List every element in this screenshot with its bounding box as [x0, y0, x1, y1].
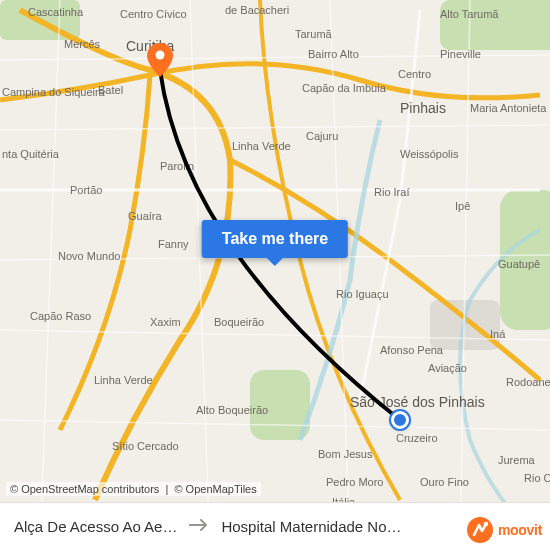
origin-dot-icon	[391, 411, 409, 429]
map-container[interactable]: CascatinhaCentro Cívicode BacacheriTarum…	[0, 0, 550, 550]
route-arrow-icon	[189, 518, 209, 536]
map-attribution: © OpenStreetMap contributors | © OpenMap…	[6, 482, 261, 496]
take-me-there-button[interactable]: Take me there	[202, 220, 348, 258]
svg-point-1	[467, 517, 493, 543]
moovit-logo[interactable]: moovit	[466, 516, 542, 544]
attrib-osm: © OpenStreetMap contributors	[10, 483, 159, 495]
origin-marker[interactable]	[391, 411, 409, 429]
moovit-logo-icon	[466, 516, 494, 544]
route-from-label: Alça De Acesso Ao Ae…	[14, 518, 177, 535]
route-to-label: Hospital Maternidade No…	[221, 518, 401, 535]
attrib-omt: © OpenMapTiles	[174, 483, 256, 495]
svg-point-0	[156, 51, 165, 60]
svg-point-2	[484, 522, 488, 526]
destination-pin-icon	[147, 43, 173, 77]
roads-layer	[0, 0, 550, 550]
cta-label: Take me there	[222, 230, 328, 247]
destination-marker[interactable]	[147, 43, 173, 77]
moovit-logo-text: moovit	[498, 522, 542, 538]
